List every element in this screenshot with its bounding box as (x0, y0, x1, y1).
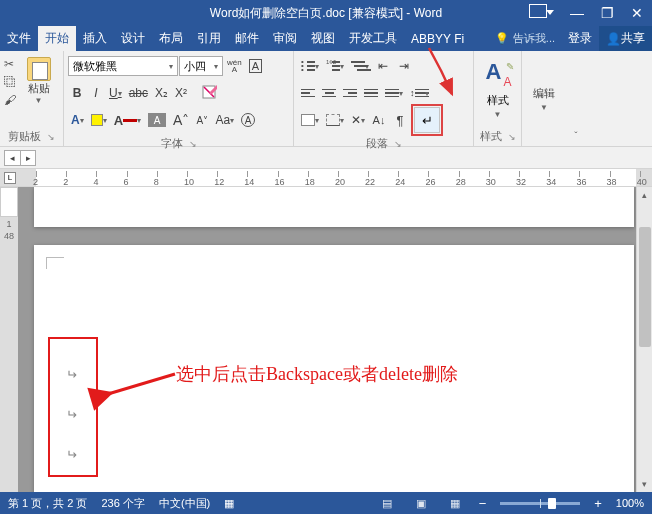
tab-references[interactable]: 引用 (190, 26, 228, 51)
char-border-button[interactable]: A (246, 56, 265, 76)
ribbon: ✂ ⿻ 🖌 粘贴 ▼ 剪贴板↘ 微软雅黑▾ 小四▾ wénA A (0, 51, 652, 147)
superscript-button[interactable]: X² (172, 83, 190, 103)
clipboard-label: 剪贴板 (8, 129, 41, 144)
dialog-launcher-icon[interactable]: ↘ (47, 132, 55, 142)
text-effects-button[interactable]: A▾ (68, 110, 87, 130)
justify-button[interactable] (361, 83, 381, 103)
scroll-up-button[interactable]: ▴ (637, 187, 652, 203)
styles-button[interactable]: 样式 (487, 93, 509, 108)
bold-button[interactable]: B (68, 83, 86, 103)
subscript-button[interactable]: X₂ (152, 83, 171, 103)
bullets-button[interactable]: ▾ (298, 56, 322, 76)
show-marks-button[interactable]: ¶ (390, 110, 410, 130)
italic-button[interactable]: I (87, 83, 105, 103)
paste-button[interactable]: 粘贴 ▼ (18, 57, 59, 105)
font-size-combo[interactable]: 小四▾ (179, 56, 223, 76)
styles-icon[interactable]: A✎A (484, 59, 512, 87)
align-center-button[interactable] (319, 83, 339, 103)
macro-icon[interactable]: ▦ (224, 497, 234, 510)
web-layout-button[interactable]: ▦ (445, 497, 465, 510)
annotation-arrow-icon (100, 372, 180, 402)
tab-mailings[interactable]: 邮件 (228, 26, 266, 51)
print-layout-button[interactable]: ▣ (411, 497, 431, 510)
shading-button[interactable]: ▾ (298, 110, 322, 130)
editing-button[interactable]: 编辑 (533, 86, 555, 101)
align-right-button[interactable] (340, 83, 360, 103)
restore-button[interactable]: ❐ (592, 0, 622, 26)
tab-view[interactable]: 视图 (304, 26, 342, 51)
grow-font-button[interactable]: A˄ (170, 110, 192, 130)
scroll-down-button[interactable]: ▾ (637, 476, 652, 492)
word-count[interactable]: 236 个字 (101, 496, 144, 511)
snap-to-grid-button[interactable]: ✕▾ (348, 110, 368, 130)
copy-icon[interactable]: ⿻ (4, 75, 16, 89)
borders-button[interactable]: ▾ (323, 110, 347, 130)
change-case-button[interactable]: Aa▾ (212, 110, 237, 130)
share-button[interactable]: 👤 共享 (599, 26, 652, 51)
highlight-button[interactable]: ▾ (88, 110, 110, 130)
decrease-indent-button[interactable]: ⇤ (373, 56, 393, 76)
tab-insert[interactable]: 插入 (76, 26, 114, 51)
show-all-button[interactable]: ↵ (414, 107, 440, 133)
phonetic-guide-button[interactable]: wénA (224, 56, 245, 76)
dialog-launcher-icon[interactable]: ↘ (508, 132, 516, 142)
nav-next-button[interactable]: ▸ (20, 150, 36, 166)
scrollbar-thumb[interactable] (639, 227, 651, 347)
annotation-arrow-icon (424, 46, 464, 101)
zoom-level[interactable]: 100% (616, 497, 644, 509)
numbering-button[interactable]: ▾ (323, 56, 347, 76)
zoom-out-button[interactable]: − (479, 496, 487, 511)
tell-me[interactable]: 💡告诉我... (489, 26, 561, 51)
paragraph-mark-icon: ↵ (66, 447, 77, 462)
minimize-button[interactable]: — (562, 0, 592, 26)
ribbon-display-options-icon[interactable] (529, 4, 547, 18)
dialog-launcher-icon[interactable]: ↘ (189, 139, 197, 149)
tab-design[interactable]: 设计 (114, 26, 152, 51)
clear-formatting-button[interactable] (198, 82, 220, 104)
paragraph-mark-icon: ↵ (66, 407, 77, 422)
nav-prev-button[interactable]: ◂ (4, 150, 20, 166)
annotation-highlight: ↵ (411, 104, 443, 136)
ribbon-tabs: 文件 开始 插入 设计 布局 引用 邮件 审阅 视图 开发工具 ABBYY Fi… (0, 26, 652, 51)
zoom-in-button[interactable]: + (594, 496, 602, 511)
char-shading-button[interactable]: A (145, 110, 169, 130)
language-status[interactable]: 中文(中国) (159, 496, 210, 511)
collapse-ribbon-button[interactable]: ˇ (566, 51, 586, 146)
login-button[interactable]: 登录 (561, 26, 599, 51)
enclose-char-button[interactable]: A (238, 110, 258, 130)
tab-file[interactable]: 文件 (0, 26, 38, 51)
font-label: 字体 (161, 136, 183, 151)
clipboard-group: ✂ ⿻ 🖌 粘贴 ▼ 剪贴板↘ (0, 51, 64, 146)
lightbulb-icon: 💡 (495, 32, 509, 45)
page-status[interactable]: 第 1 页，共 2 页 (8, 496, 87, 511)
increase-indent-button[interactable]: ⇥ (394, 56, 414, 76)
vertical-ruler[interactable]: 1 48 (0, 187, 18, 492)
document-area[interactable]: 1 48 ↵ ↵ ↵ 选中后点击Backspace或者delete删除 ▴ ▾ (0, 187, 652, 492)
tab-layout[interactable]: 布局 (152, 26, 190, 51)
shrink-font-button[interactable]: A˅ (193, 110, 211, 130)
underline-button[interactable]: U▾ (106, 83, 125, 103)
title-bar: Word如何删除空白页.doc [兼容模式] - Word — ❐ ✕ (0, 0, 652, 26)
cut-icon[interactable]: ✂ (4, 57, 16, 71)
font-name-combo[interactable]: 微软雅黑▾ (68, 56, 178, 76)
close-button[interactable]: ✕ (622, 0, 652, 26)
distributed-button[interactable]: ▾ (382, 83, 406, 103)
horizontal-ruler[interactable]: 2246810121416182022242628303234363840 L (0, 169, 652, 187)
font-color-button[interactable]: A▾ (111, 110, 144, 130)
margin-marker-icon (46, 257, 64, 269)
tab-review[interactable]: 审阅 (266, 26, 304, 51)
vertical-scrollbar[interactable]: ▴ ▾ (636, 187, 652, 492)
sort-button[interactable]: A↓ (369, 110, 389, 130)
tab-selector[interactable]: L (4, 172, 16, 184)
align-left-button[interactable] (298, 83, 318, 103)
page-previous (34, 187, 634, 227)
tab-developer[interactable]: 开发工具 (342, 26, 404, 51)
strike-button[interactable]: abc (126, 83, 151, 103)
multilevel-list-button[interactable]: ▾ (348, 56, 372, 76)
zoom-slider[interactable] (500, 502, 580, 505)
format-painter-icon[interactable]: 🖌 (4, 93, 16, 107)
read-mode-button[interactable]: ▤ (377, 497, 397, 510)
tab-home[interactable]: 开始 (38, 26, 76, 51)
styles-group: A✎A 样式 ▼ 样式↘ (474, 51, 522, 146)
dialog-launcher-icon[interactable]: ↘ (394, 139, 402, 149)
